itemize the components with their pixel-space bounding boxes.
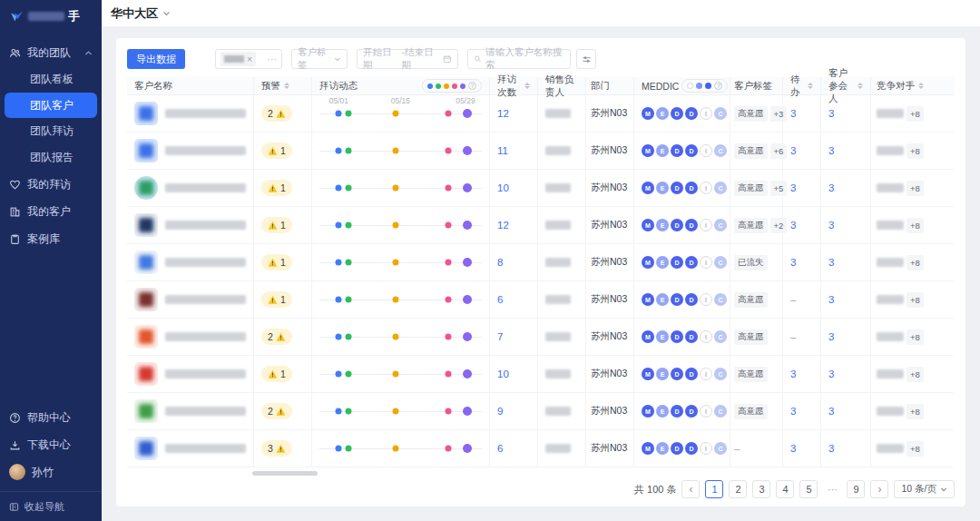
collapse-nav-button[interactable]: 收起导航 [0, 491, 102, 521]
visit-dot-blue[interactable] [336, 408, 342, 415]
column-header-competitors[interactable]: 竞争对手 [871, 77, 954, 95]
visit-dot-green[interactable] [345, 260, 351, 266]
sidebar-item-team-dashboard[interactable]: 团队看板 [0, 66, 102, 93]
visit-dot-pink[interactable] [446, 111, 452, 117]
meddic-badges[interactable]: MEDDIC [634, 244, 730, 281]
todo-count-link[interactable]: 3 [790, 406, 796, 417]
visit-count-link[interactable]: 6 [497, 294, 503, 305]
visit-count-link[interactable]: 7 [497, 331, 503, 342]
meddic-badges[interactable]: MEDDIC [634, 430, 730, 467]
pagination-page-2[interactable]: 2 [729, 480, 747, 498]
visit-dot-green[interactable] [345, 185, 351, 192]
sidebar-item-help-center[interactable]: 帮助中心 [0, 404, 102, 431]
visit-dot-pink[interactable] [446, 222, 452, 229]
help-circle-icon[interactable]: ? [468, 82, 476, 90]
sort-icon[interactable] [808, 83, 813, 89]
attendees-count-link[interactable]: 3 [828, 220, 834, 231]
sidebar-item-team-reports[interactable]: 团队报告 [0, 144, 102, 171]
attendees-count-link[interactable]: 3 [828, 443, 834, 454]
help-circle-icon[interactable]: ? [714, 82, 722, 90]
visit-dot-yellow[interactable] [392, 185, 398, 192]
sidebar-item-case-library[interactable]: 案例库 [0, 225, 102, 252]
table-row[interactable]: 1 6 苏州N03 MEDDIC 高意愿 – [127, 281, 955, 319]
customer-tag-select[interactable]: 客户标签 [291, 49, 348, 69]
todo-count-link[interactable]: – [790, 331, 796, 342]
pagination-page-3[interactable]: 3 [752, 480, 770, 498]
meddic-badges[interactable]: MEDDIC [634, 170, 730, 207]
table-row[interactable]: 3 6 苏州N03 MEDDIC – 3 [127, 430, 955, 467]
visit-dot-blue[interactable] [336, 148, 342, 154]
visit-dot-green[interactable] [345, 148, 351, 154]
pagination-page-4[interactable]: 4 [776, 480, 794, 498]
visit-count-link[interactable]: 8 [497, 257, 503, 268]
competitor-extra-count[interactable]: +8 [906, 255, 924, 270]
competitor-extra-count[interactable]: +8 [906, 292, 924, 308]
sidebar-item-download-center[interactable]: 下载中心 [0, 431, 102, 458]
table-row[interactable]: 2 05/0105/1505/29 12 苏州N03 MEDDIC 高意愿 [127, 95, 955, 133]
sidebar-user[interactable]: 孙竹 [0, 458, 102, 486]
visit-dot-green[interactable] [345, 371, 351, 378]
competitor-extra-count[interactable]: +8 [906, 441, 924, 457]
date-range-picker[interactable]: 开始日期 -结束日期 [357, 49, 458, 69]
sidebar-item-team-customers[interactable]: 团队客户 [5, 93, 97, 118]
sidebar-item-my-team[interactable]: 我的团队 [0, 39, 102, 66]
table-row[interactable]: 1 12 苏州N03 MEDDIC 高意愿 +2 [127, 207, 955, 244]
attendees-count-link[interactable]: 3 [828, 369, 834, 379]
competitor-extra-count[interactable]: +8 [906, 329, 924, 345]
todo-count-link[interactable]: 3 [790, 443, 796, 454]
meddic-badges[interactable]: MEDDIC [634, 281, 730, 319]
visit-dot-green[interactable] [345, 446, 351, 452]
todo-count-link[interactable]: 3 [790, 182, 796, 193]
sidebar-item-team-visits[interactable]: 团队拜访 [0, 118, 102, 144]
visit-dot-yellow[interactable] [392, 111, 398, 117]
visit-dot-green[interactable] [345, 297, 351, 303]
visit-dot-blue[interactable] [336, 371, 342, 378]
sort-icon[interactable] [284, 83, 289, 89]
visit-dot-yellow[interactable] [392, 297, 398, 303]
visit-dot-green[interactable] [345, 111, 351, 117]
visit-dot-yellow[interactable] [392, 446, 398, 452]
visit-count-link[interactable]: 12 [497, 108, 509, 119]
visit-dot-pink[interactable] [446, 185, 452, 192]
sidebar-item-my-customers[interactable]: 我的客户 [0, 198, 102, 225]
visit-dot-blue[interactable] [336, 446, 342, 452]
competitor-extra-count[interactable]: +8 [906, 218, 924, 233]
visit-count-link[interactable]: 10 [497, 369, 509, 379]
attendees-count-link[interactable]: 3 [828, 145, 834, 156]
pagination-prev-button[interactable]: ‹ [681, 480, 700, 498]
visit-dot-blue[interactable] [336, 222, 342, 229]
todo-count-link[interactable]: 3 [790, 220, 796, 231]
competitor-extra-count[interactable]: +8 [906, 143, 924, 159]
attendees-count-link[interactable]: 3 [828, 406, 834, 417]
column-header-todo[interactable]: 待办 [783, 77, 821, 95]
competitor-extra-count[interactable]: +8 [906, 367, 924, 382]
column-header-attendees[interactable]: 客户参会人 [821, 77, 871, 95]
meddic-badges[interactable]: MEDDIC [634, 207, 730, 244]
horizontal-scrollbar[interactable] [252, 471, 318, 476]
member-filter-select[interactable]: × ··· [215, 49, 282, 69]
visit-dot-yellow[interactable] [392, 222, 398, 229]
attendees-count-link[interactable]: 3 [828, 182, 834, 193]
competitor-extra-count[interactable]: +8 [906, 106, 924, 122]
visit-dot-purple[interactable] [463, 109, 472, 118]
visit-dot-pink[interactable] [446, 260, 452, 266]
visit-dot-blue[interactable] [336, 111, 342, 117]
tag-close-icon[interactable]: × [247, 54, 252, 64]
meddic-badges[interactable]: MEDDIC [634, 319, 730, 356]
visit-dot-purple[interactable] [463, 369, 472, 378]
visit-count-link[interactable]: 6 [497, 443, 503, 454]
column-header-visit-count[interactable]: 拜访次数 [490, 77, 538, 95]
region-selector[interactable]: 华中大区 [111, 5, 171, 22]
table-row[interactable]: 1 10 苏州N03 MEDDIC 高意愿 +5 [127, 170, 955, 207]
visit-dot-purple[interactable] [463, 221, 472, 230]
sidebar-item-my-visits[interactable]: 我的拜访 [0, 171, 102, 198]
visit-dot-purple[interactable] [463, 332, 472, 341]
visit-count-link[interactable]: 9 [497, 406, 503, 417]
visit-dot-purple[interactable] [463, 183, 472, 192]
visit-dot-yellow[interactable] [392, 408, 398, 415]
visit-dot-pink[interactable] [446, 446, 452, 452]
attendees-count-link[interactable]: 3 [828, 108, 834, 119]
sort-icon[interactable] [918, 83, 924, 89]
attendees-count-link[interactable]: 3 [828, 257, 834, 268]
meddic-badges[interactable]: MEDDIC [634, 95, 730, 133]
